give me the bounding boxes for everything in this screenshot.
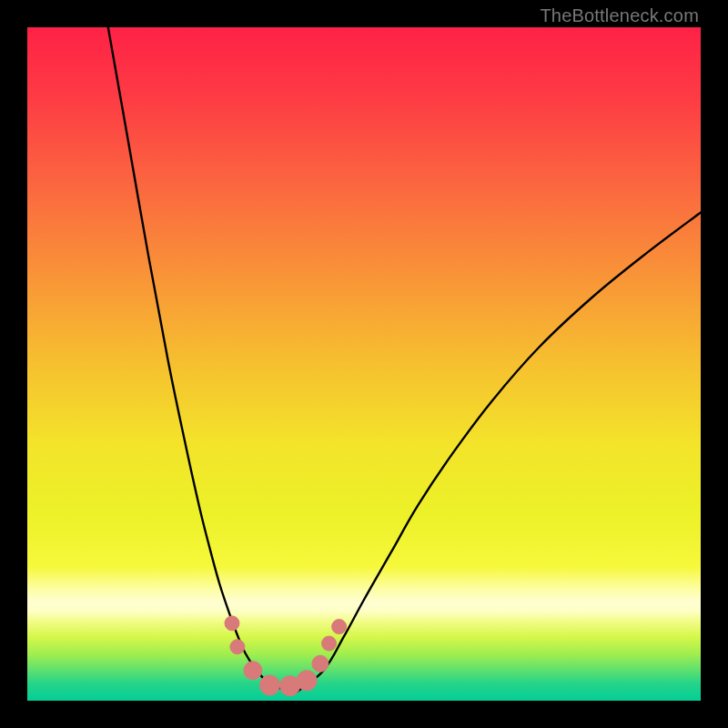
marker-dot	[332, 620, 347, 634]
chart-svg	[27, 27, 701, 701]
left-bottleneck-curve	[108, 27, 297, 692]
bottom-markers	[225, 616, 347, 696]
outer-frame: TheBottleneck.com	[0, 0, 728, 728]
marker-dot	[259, 675, 279, 695]
plot-area	[27, 27, 701, 701]
marker-dot	[312, 655, 329, 672]
right-bottleneck-curve	[297, 213, 701, 693]
marker-dot	[244, 662, 262, 680]
marker-dot	[225, 616, 239, 631]
marker-dot	[322, 636, 337, 651]
marker-dot	[230, 640, 245, 654]
watermark-label: TheBottleneck.com	[540, 5, 699, 26]
marker-dot	[297, 671, 317, 691]
